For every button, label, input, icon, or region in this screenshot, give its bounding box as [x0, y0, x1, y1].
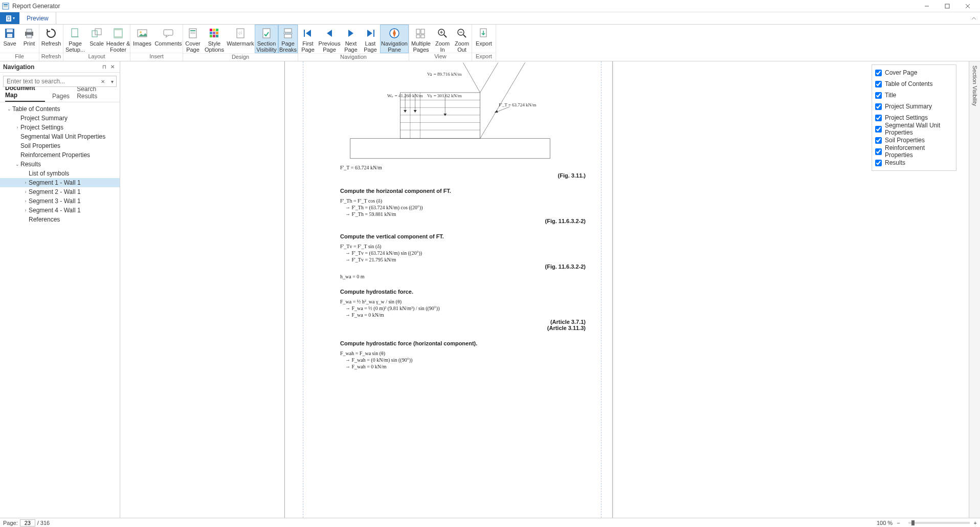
section-visibility-panel: Cover PageTable of ContentsTitleProject … — [872, 64, 956, 171]
section-visibility-button[interactable]: Section Visibility — [255, 25, 278, 53]
tree-item[interactable]: ⌄Table of Contents — [0, 104, 120, 114]
svg-rect-15 — [27, 35, 32, 38]
zoom-out-minus[interactable]: − — [897, 520, 900, 526]
visibility-row[interactable]: Project Summary — [875, 101, 953, 112]
tree-item[interactable]: ›Project Settings — [0, 123, 120, 132]
chevron-down-icon[interactable]: ⌄ — [14, 162, 20, 167]
zoom-slider[interactable] — [908, 522, 970, 524]
document-viewer[interactable]: V₂ = 89.716 kN/m Wᵤ = 41.260 kN/m V₁ = 3… — [120, 61, 969, 518]
first-page-button[interactable]: First Page — [298, 25, 318, 53]
svg-rect-35 — [210, 35, 212, 37]
chevron-right-icon[interactable]: › — [23, 199, 29, 204]
last-page-button[interactable]: Last Page — [361, 25, 380, 53]
tab-pages[interactable]: Pages — [52, 93, 70, 102]
visibility-checkbox[interactable] — [875, 160, 882, 166]
visibility-checkbox[interactable] — [875, 137, 882, 144]
tree-item[interactable]: ›Segment 4 - Wall 1 — [0, 206, 120, 215]
tree-item[interactable]: Segmental Wall Unit Properties — [0, 132, 120, 141]
svg-rect-21 — [114, 36, 122, 38]
visibility-checkbox[interactable] — [875, 81, 882, 87]
page-breaks-button[interactable]: Page Breaks — [278, 25, 298, 53]
svg-rect-18 — [95, 29, 101, 35]
chevron-right-icon[interactable]: › — [14, 125, 20, 130]
visibility-row[interactable]: Results — [875, 157, 953, 168]
style-options-button[interactable]: Style Options — [203, 25, 226, 53]
svg-rect-17 — [92, 31, 97, 37]
tab-document-map[interactable]: Document Map — [5, 84, 45, 102]
zoom-out-button[interactable]: Zoom Out — [452, 25, 472, 53]
visibility-checkbox[interactable] — [875, 148, 882, 155]
close-button[interactable] — [957, 0, 978, 12]
page-number-input[interactable] — [20, 519, 35, 526]
tree-item[interactable]: ›Segment 3 - Wall 1 — [0, 196, 120, 206]
eq-fwa-2: → F_wa = ½ (0 m)² (9.81 kN/m³) / sin ((9… — [340, 305, 586, 311]
tree-item[interactable]: ›Segment 2 - Wall 1 — [0, 187, 120, 196]
chevron-down-icon[interactable]: ⌄ — [6, 106, 12, 112]
page-setup-button[interactable]: Page Setup... — [63, 25, 87, 53]
visibility-label: Title — [885, 92, 896, 99]
tree-item[interactable]: ⌄Results — [0, 160, 120, 169]
chevron-right-icon[interactable]: › — [23, 189, 29, 194]
visibility-checkbox[interactable] — [875, 92, 882, 99]
svg-rect-3 — [4, 7, 8, 7]
print-button[interactable]: Print — [19, 25, 39, 53]
zoom-in-button[interactable]: Zoom In — [433, 25, 452, 53]
cover-page-button[interactable]: Cover Page — [183, 25, 203, 53]
clear-search-icon[interactable]: ✕ — [98, 76, 107, 87]
tree-item[interactable]: Project Summary — [0, 114, 120, 123]
images-button[interactable]: Images — [130, 25, 154, 53]
save-button[interactable]: Save — [0, 25, 19, 53]
header-footer-button[interactable]: Header & Footer — [106, 25, 130, 53]
visibility-row[interactable]: Title — [875, 90, 953, 101]
tree-item-label: References — [29, 216, 60, 223]
zoom-in-plus[interactable]: + — [974, 520, 977, 526]
pin-icon[interactable]: ⊓ — [100, 64, 108, 70]
collapse-ribbon-icon[interactable] — [968, 12, 980, 24]
visibility-checkbox[interactable] — [875, 126, 882, 133]
scale-button[interactable]: Scale — [87, 25, 106, 53]
visibility-row[interactable]: Cover Page — [875, 67, 953, 78]
visibility-label: Segmental Wall Unit Properties — [885, 122, 953, 136]
heading-ftv: Compute the vertical component of FT. — [340, 233, 586, 239]
heading-fth: Compute the horizontal component of FT. — [340, 188, 586, 194]
tree-item[interactable]: References — [0, 215, 120, 224]
visibility-row[interactable]: Segmental Wall Unit Properties — [875, 123, 953, 135]
tree-item[interactable]: Reinforcement Properties — [0, 150, 120, 160]
refresh-button[interactable]: Refresh — [39, 25, 63, 53]
visibility-checkbox[interactable] — [875, 103, 882, 110]
search-dropdown-icon[interactable]: ▾ — [107, 76, 117, 87]
visibility-row[interactable]: Reinforcement Properties — [875, 146, 953, 157]
export-button[interactable]: Export — [472, 25, 496, 53]
visibility-checkbox[interactable] — [875, 115, 882, 121]
document-tree[interactable]: ⌄Table of ContentsProject Summary›Projec… — [0, 102, 120, 518]
preview-tab[interactable]: Preview — [19, 12, 56, 24]
previous-page-button[interactable]: Previous Page — [318, 25, 341, 53]
minimize-button[interactable] — [917, 0, 937, 12]
multiple-pages-button[interactable]: Multiple Pages — [409, 25, 433, 53]
window-title: Report Generator — [12, 3, 60, 10]
maximize-button[interactable] — [937, 0, 957, 12]
svg-rect-26 — [190, 30, 195, 31]
print-icon — [23, 27, 35, 39]
last-page-icon — [364, 27, 376, 39]
tree-item[interactable]: Soil Properties — [0, 141, 120, 150]
tree-item[interactable]: ›Segment 1 - Wall 1 — [0, 178, 120, 187]
chevron-right-icon[interactable]: › — [23, 180, 29, 185]
eq-fwah-1: F_wah = F_wa sin (θ) — [340, 350, 586, 356]
chevron-right-icon[interactable]: › — [23, 208, 29, 213]
eq-fth-2: → F'_Th = (63.724 kN/m) cos ((20°)) — [340, 205, 586, 210]
navigation-pane-button[interactable]: Navigation Pane — [380, 25, 409, 53]
watermark-button[interactable]: W Watermark — [226, 25, 255, 53]
close-panel-icon[interactable]: ✕ — [108, 64, 117, 70]
comments-button[interactable]: Comments — [154, 25, 183, 53]
file-tab[interactable]: ▾ — [0, 12, 19, 24]
next-page-button[interactable]: Next Page — [341, 25, 361, 53]
visibility-checkbox[interactable] — [875, 70, 882, 76]
section-visibility-rail[interactable]: Section Visibility — [969, 61, 980, 518]
tab-search-results[interactable]: Search Results — [77, 85, 115, 102]
previous-page-icon — [323, 27, 336, 39]
visibility-row[interactable]: Table of Contents — [875, 78, 953, 90]
tree-item[interactable]: List of symbols — [0, 169, 120, 178]
art-ref-fwa1: (Article 3.7.1) — [340, 319, 586, 325]
visibility-label: Project Settings — [885, 114, 928, 121]
